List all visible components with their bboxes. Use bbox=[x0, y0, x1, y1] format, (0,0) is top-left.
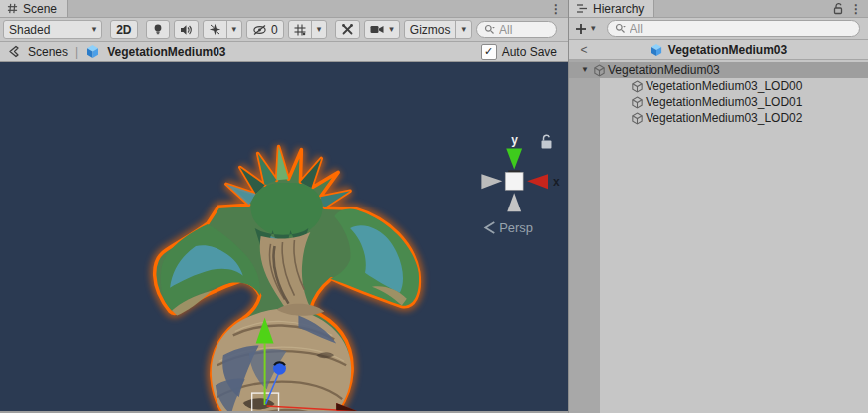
camera-icon bbox=[370, 24, 385, 35]
tree-row-lod2[interactable]: VegetationMedium03_LOD02 bbox=[569, 110, 868, 126]
breadcrumb-divider: | bbox=[75, 45, 78, 59]
chevron-down-icon: ▾ bbox=[389, 25, 394, 34]
lightbulb-icon bbox=[152, 23, 164, 36]
prefab-header-name: VegetationMedium03 bbox=[668, 43, 787, 57]
scene-viewport[interactable]: y x Persp bbox=[0, 62, 568, 413]
camera-settings-dropdown[interactable]: ▾ bbox=[364, 20, 400, 39]
hidden-objects-count: 0 bbox=[271, 23, 278, 37]
projection-label: Persp bbox=[499, 220, 533, 235]
search-icon bbox=[484, 24, 495, 35]
scene-audio-button[interactable] bbox=[174, 20, 199, 39]
component-tools-button[interactable] bbox=[335, 20, 360, 39]
axis-x-label: x bbox=[553, 175, 560, 189]
y-axis-cone[interactable] bbox=[506, 149, 522, 170]
tree-row-lod0[interactable]: VegetationMedium03_LOD00 bbox=[569, 78, 868, 94]
scene-search[interactable] bbox=[476, 21, 557, 38]
hierarchy-search[interactable] bbox=[607, 20, 860, 37]
crown-cap bbox=[251, 183, 323, 236]
viewport-lock-icon[interactable] bbox=[542, 135, 552, 148]
auto-save-checkbox[interactable]: ✓ bbox=[481, 44, 497, 60]
hierarchy-toolbar: ▾ bbox=[569, 18, 868, 40]
gameobject-cube-icon bbox=[631, 80, 644, 93]
scene-toolbar: Shaded ▾ 2D ▾ bbox=[0, 18, 568, 42]
hierarchy-panel: Hierarchy ⋮ ▾ bbox=[569, 0, 868, 413]
axis-cone-down[interactable] bbox=[507, 193, 521, 211]
tree-row-label[interactable]: VegetationMedium03_LOD01 bbox=[646, 95, 802, 109]
eye-slash-icon bbox=[252, 24, 267, 36]
lock-icon[interactable] bbox=[832, 2, 844, 15]
persp-arrow-icon bbox=[485, 222, 494, 233]
hierarchy-search-input[interactable] bbox=[630, 22, 852, 36]
breadcrumb-scenes-label[interactable]: Scenes bbox=[28, 45, 68, 59]
scene-effects-dropdown[interactable]: ▾ bbox=[203, 20, 243, 39]
tree-row-label[interactable]: VegetationMedium03_LOD02 bbox=[646, 111, 802, 125]
check-icon: ✓ bbox=[484, 46, 493, 57]
prefab-back-button[interactable]: < bbox=[569, 43, 599, 57]
scene-panel-menu-icon[interactable]: ⋮ bbox=[550, 3, 562, 15]
tree-row-label[interactable]: VegetationMedium03_LOD00 bbox=[646, 79, 802, 93]
2d-toggle-button[interactable]: 2D bbox=[110, 20, 137, 39]
grid-icon bbox=[294, 24, 306, 36]
scene-lighting-button[interactable] bbox=[146, 20, 170, 39]
gizmos-dropdown[interactable]: Gizmos ▾ bbox=[404, 20, 472, 39]
hierarchy-tab-label: Hierarchy bbox=[593, 2, 644, 16]
hierarchy-tabbar: Hierarchy ⋮ bbox=[569, 0, 868, 18]
effects-sparkle-icon bbox=[209, 23, 221, 36]
gizmos-label: Gizmos bbox=[410, 23, 451, 37]
plus-icon bbox=[575, 23, 587, 35]
scene-tab-label: Scene bbox=[23, 2, 57, 16]
scene-breadcrumb: Scenes | VegetationMedium03 ✓ Auto Save bbox=[0, 42, 568, 62]
projection-toggle[interactable]: Persp bbox=[485, 220, 533, 235]
gizmo-center-cube[interactable] bbox=[505, 172, 523, 190]
tools-icon bbox=[341, 23, 354, 36]
scene-search-input[interactable] bbox=[499, 23, 549, 37]
tab-hierarchy[interactable]: Hierarchy bbox=[569, 0, 654, 17]
tree-row-label[interactable]: VegetationMedium03 bbox=[608, 63, 720, 77]
speaker-icon bbox=[180, 24, 193, 36]
tree-row-root[interactable]: ▼ VegetationMedium03 bbox=[569, 62, 868, 78]
gameobject-cube-icon bbox=[631, 96, 644, 109]
prefab-mode-header: < VegetationMedium03 bbox=[569, 40, 868, 60]
auto-save-control: ✓ Auto Save bbox=[481, 44, 561, 60]
x-axis-cone[interactable] bbox=[527, 174, 548, 189]
grid-hash-icon bbox=[7, 3, 18, 14]
prefab-cube-icon bbox=[650, 43, 663, 57]
grid-settings-dropdown[interactable]: ▾ bbox=[288, 20, 328, 39]
tab-scene[interactable]: Scene bbox=[0, 0, 68, 17]
create-object-dropdown[interactable]: ▾ bbox=[572, 19, 599, 38]
gameobject-cube-icon bbox=[631, 112, 644, 125]
expander-icon[interactable]: ▼ bbox=[579, 66, 591, 74]
axis-y-label: y bbox=[511, 133, 518, 147]
shading-mode-dropdown[interactable]: Shaded ▾ bbox=[3, 20, 102, 39]
hierarchy-tree-area: ▼ VegetationMedium03 VegetationMedium03_… bbox=[569, 60, 868, 413]
vegetation-model-selected[interactable] bbox=[155, 147, 420, 411]
scene-panel: Scene ⋮ Shaded ▾ 2D bbox=[0, 0, 569, 413]
scene-visibility-button[interactable]: 0 bbox=[246, 20, 284, 39]
search-icon bbox=[615, 23, 626, 34]
chevron-down-icon: ▾ bbox=[461, 25, 466, 34]
hierarchy-panel-menu-icon[interactable]: ⋮ bbox=[850, 3, 862, 15]
shading-mode-label: Shaded bbox=[9, 23, 50, 37]
gameobject-cube-icon bbox=[593, 64, 606, 77]
prefab-cube-icon bbox=[85, 44, 100, 59]
chevron-down-icon: ▾ bbox=[92, 25, 97, 34]
hierarchy-list-icon bbox=[576, 3, 588, 14]
chevron-down-icon: ▾ bbox=[317, 25, 322, 34]
chevron-down-icon: ▾ bbox=[232, 25, 237, 34]
back-to-scenes-icon[interactable] bbox=[7, 45, 21, 58]
tree-row-lod1[interactable]: VegetationMedium03_LOD01 bbox=[569, 94, 868, 110]
chevron-down-icon: ▾ bbox=[591, 24, 596, 33]
auto-save-label: Auto Save bbox=[502, 45, 557, 59]
breadcrumb-prefab-name[interactable]: VegetationMedium03 bbox=[107, 45, 225, 59]
unity-editor-window: Scene ⋮ Shaded ▾ 2D bbox=[0, 0, 868, 413]
scene-tabbar: Scene ⋮ bbox=[0, 0, 568, 18]
axis-cone-left[interactable] bbox=[481, 174, 502, 189]
